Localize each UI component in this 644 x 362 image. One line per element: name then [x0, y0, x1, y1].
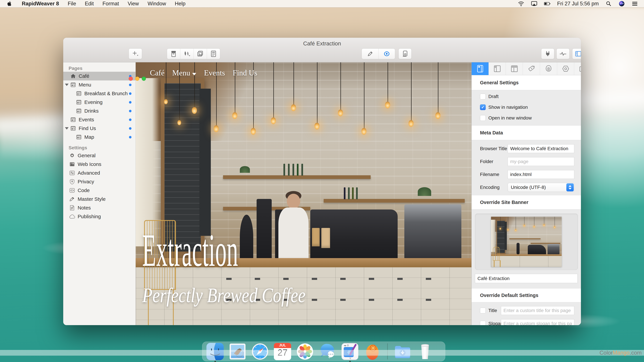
sidebar-item-breakfast-brunch[interactable]: Breakfast & Brunch — [63, 89, 136, 98]
site-nav-events[interactable]: Events — [204, 68, 225, 77]
sidebar-item-advanced[interactable]: Advanced — [63, 169, 136, 177]
show-in-navigation-checkbox[interactable]: ✓ — [480, 104, 486, 110]
site-preview[interactable]: Café Menu Events Find Us Extraction Perf… — [136, 62, 472, 325]
site-nav-menu[interactable]: Menu — [172, 68, 196, 77]
site-nav-cafe[interactable]: Café — [150, 68, 164, 77]
draft-checkbox[interactable] — [480, 94, 486, 99]
sidebar-item-drinks[interactable]: Drinks — [63, 107, 136, 115]
sidebar-item-notes[interactable]: Notes — [63, 203, 136, 212]
close-button[interactable] — [129, 77, 133, 81]
tab-tags[interactable] — [523, 62, 540, 75]
preview-mode-button[interactable] — [378, 49, 395, 59]
open-in-new-window-checkbox[interactable] — [480, 115, 486, 121]
browser-title-input[interactable] — [508, 144, 574, 153]
checkbox-label: Draft — [488, 94, 498, 99]
tab-header-layout[interactable] — [506, 62, 523, 75]
tab-snippets[interactable] — [574, 62, 581, 75]
override-default-settings-header: Override Default Settings — [472, 289, 581, 302]
browser-title-label: Browser Title — [480, 146, 507, 151]
tab-theme-style[interactable] — [540, 62, 557, 75]
minimize-button[interactable] — [135, 77, 139, 81]
add-page-button[interactable] — [129, 48, 142, 59]
menu-edit[interactable]: Edit — [85, 1, 94, 7]
menu-file[interactable]: File — [68, 1, 76, 7]
menubar-app-name[interactable]: RapidWeaver 8 — [22, 1, 59, 7]
page-list-button[interactable] — [207, 49, 220, 59]
banner-caption-input[interactable] — [475, 274, 578, 283]
menu-help[interactable]: Help — [175, 1, 186, 7]
disclosure-triangle[interactable] — [65, 127, 68, 130]
filename-input[interactable] — [508, 170, 574, 179]
sidebar-item-map[interactable]: Map — [63, 133, 136, 141]
custom-slogan-checkbox[interactable] — [480, 321, 486, 325]
sidebar-item-label: Events — [79, 117, 94, 122]
sidebar-item-publishing[interactable]: Publishing — [63, 212, 136, 221]
sidebar-item-events[interactable]: Events — [63, 115, 136, 124]
toggle-left-sidebar-button[interactable] — [572, 49, 581, 59]
sidebar-item-web-icons[interactable]: Web Icons — [63, 160, 136, 169]
sidebar-item-menu[interactable]: Menu — [63, 80, 136, 89]
custom-title-input[interactable] — [501, 306, 574, 315]
disclosure-triangle[interactable] — [65, 84, 68, 86]
custom-title-row: Title — [472, 304, 581, 317]
checkbox-label: Show in navigation — [488, 105, 528, 110]
pages-sidebar: Pages Café Menu Breakfast & Brunch Eveni… — [63, 62, 136, 325]
open-in-new-window-checkbox-row[interactable]: Open in new window — [472, 113, 581, 123]
sidebar-item-label: Breakfast & Brunch — [84, 91, 128, 96]
sidebar-item-privacy[interactable]: Privacy — [63, 177, 136, 186]
siri-icon[interactable] — [618, 0, 625, 7]
site-navigation: Café Menu Events Find Us — [150, 68, 257, 77]
theme-brush-button[interactable] — [180, 49, 193, 59]
custom-title-checkbox[interactable] — [480, 308, 486, 313]
zoom-button[interactable] — [142, 77, 146, 81]
sidebar-item-label: Menu — [79, 82, 91, 88]
tab-plugin-settings[interactable] — [557, 62, 574, 75]
sidebar-item-label: Map — [84, 134, 94, 140]
sidebar-item-label: Notes — [78, 205, 91, 211]
banner-image-well[interactable] — [475, 214, 578, 270]
simulate-device-button[interactable] — [398, 48, 412, 59]
archive-button[interactable] — [167, 49, 180, 59]
spotlight-icon[interactable] — [606, 0, 612, 7]
edit-mode-button[interactable] — [362, 49, 378, 59]
sidebar-item-label: Drinks — [84, 108, 98, 114]
menu-window[interactable]: Window — [148, 1, 166, 7]
encoding-label: Encoding — [480, 185, 500, 190]
wifi-icon[interactable] — [518, 0, 524, 7]
page-icon — [76, 91, 82, 96]
folder-label: Folder — [480, 159, 493, 164]
page-icon — [70, 82, 76, 88]
tab-page-settings[interactable] — [472, 62, 488, 75]
battery-icon[interactable] — [544, 0, 550, 7]
sidebar-item-evening[interactable]: Evening — [63, 98, 136, 107]
sidebar-item-label: Evening — [84, 99, 102, 105]
sliders-icon — [69, 170, 75, 176]
notification-center-icon[interactable] — [632, 0, 638, 7]
general-settings-header: General Settings — [472, 75, 581, 90]
sidebar-item-code[interactable]: Code — [63, 186, 136, 195]
page-icon — [76, 134, 82, 140]
show-in-navigation-checkbox-row[interactable]: ✓ Show in navigation — [472, 102, 581, 113]
draft-checkbox-row[interactable]: Draft — [472, 91, 581, 102]
custom-slogan-input[interactable] — [501, 319, 574, 325]
folder-input[interactable] — [508, 157, 574, 166]
airplay-display-icon[interactable] — [531, 0, 537, 7]
menu-view[interactable]: View — [128, 1, 139, 7]
sidebar-item-find-us[interactable]: Find Us — [63, 124, 136, 133]
sidebar-item-master-style[interactable]: Master Style — [63, 195, 136, 203]
sidebar-item-cafe[interactable]: Café — [63, 72, 136, 80]
shield-icon — [69, 179, 75, 185]
encoding-select[interactable]: Unicode (UTF-8) — [508, 183, 574, 192]
tab-sidebar-layout[interactable] — [488, 62, 506, 75]
menu-format[interactable]: Format — [102, 1, 119, 7]
health-check-button[interactable] — [556, 48, 570, 59]
menubar-clock[interactable]: Fri 27 Jul 5:56 pm — [557, 1, 599, 7]
apple-menu-icon[interactable] — [7, 0, 13, 7]
watermark-text: ColorMango.com — [600, 350, 642, 356]
media-button[interactable] — [194, 49, 207, 59]
sidebar-item-general[interactable]: General — [63, 151, 136, 160]
window-title: Café Extraction — [63, 40, 581, 47]
site-nav-find-us[interactable]: Find Us — [232, 68, 257, 77]
plugins-button[interactable] — [541, 48, 554, 59]
sidebar-item-label: Find Us — [79, 125, 96, 131]
